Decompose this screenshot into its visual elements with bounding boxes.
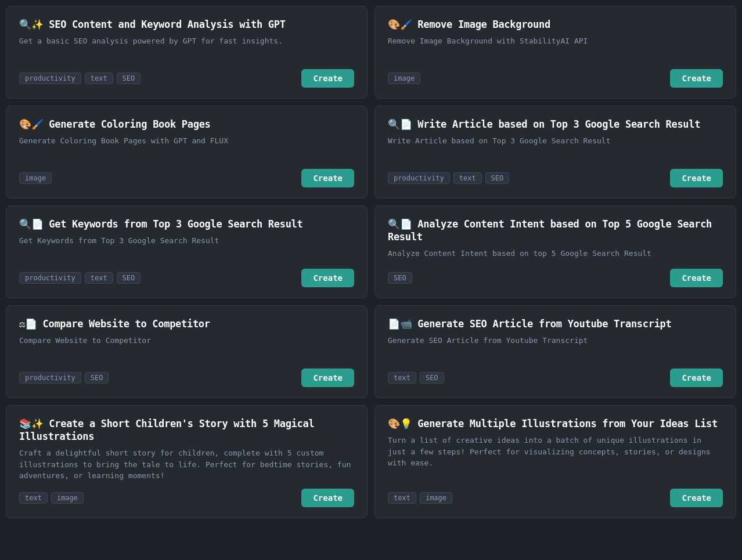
tag-text: text	[19, 492, 48, 504]
card-multiple-illustrations: 🎨💡 Generate Multiple Illustrations from …	[374, 405, 736, 518]
tag-text: text	[388, 492, 416, 504]
card-write-article: 🔍📄 Write Article based on Top 3 Google S…	[374, 106, 736, 198]
card-desc: Generate SEO Article from Youtube Transc…	[388, 335, 723, 362]
tag-SEO: SEO	[388, 272, 412, 284]
tag-productivity: productivity	[19, 73, 81, 84]
card-remove-bg: 🎨🖌️ Remove Image BackgroundRemove Image …	[374, 6, 736, 99]
card-coloring-book: 🎨🖌️ Generate Coloring Book PagesGenerate…	[6, 106, 368, 198]
card-get-keywords: 🔍📄 Get Keywords from Top 3 Google Search…	[6, 205, 368, 298]
card-desc: Get Keywords from Top 3 Google Search Re…	[19, 235, 354, 262]
card-desc: Get a basic SEO analysis powered by GPT …	[19, 35, 354, 62]
card-footer: productivitytextSEOCreate	[19, 269, 354, 287]
card-desc: Remove Image Background with StabilityAI…	[388, 35, 723, 62]
card-title: 🔍📄 Analyze Content Intent based on Top 5…	[388, 218, 723, 243]
create-button-write-article[interactable]: Create	[670, 169, 723, 187]
tag-text: text	[388, 372, 416, 384]
card-title: 🔍📄 Get Keywords from Top 3 Google Search…	[19, 218, 354, 230]
card-footer: productivitytextSEOCreate	[388, 169, 723, 187]
card-title: 🎨💡 Generate Multiple Illustrations from …	[388, 417, 723, 430]
tag-SEO: SEO	[420, 372, 444, 384]
card-desc: Generate Coloring Book Pages with GPT an…	[19, 135, 354, 162]
card-desc: Craft a delightful short story for child…	[19, 447, 354, 482]
tag-image: image	[388, 73, 420, 84]
tag-image: image	[19, 172, 52, 184]
card-footer: SEOCreate	[388, 269, 723, 287]
tag-productivity: productivity	[19, 372, 81, 384]
card-title: 📄📹 Generate SEO Article from Youtube Tra…	[388, 317, 723, 330]
card-tags: image	[19, 172, 52, 184]
card-footer: imageCreate	[19, 169, 354, 187]
tag-SEO: SEO	[85, 372, 109, 384]
card-desc: Analyze Content Intent based on top 5 Go…	[388, 248, 723, 262]
tag-text: text	[85, 272, 113, 284]
card-title: 🔍✨ SEO Content and Keyword Analysis with…	[19, 18, 354, 31]
card-tags: textimage	[19, 492, 84, 504]
card-compare-website: ⚖️📄 Compare Website to CompetitorCompare…	[6, 305, 368, 398]
card-tags: productivitytextSEO	[19, 272, 141, 284]
card-tags: image	[388, 73, 420, 84]
card-tags: textimage	[388, 492, 452, 504]
card-desc: Compare Website to Competitor	[19, 335, 354, 362]
tag-image: image	[420, 492, 452, 504]
card-seo-keyword: 🔍✨ SEO Content and Keyword Analysis with…	[6, 6, 368, 99]
create-button-get-keywords[interactable]: Create	[301, 269, 354, 287]
card-tags: productivitySEO	[19, 372, 109, 384]
card-footer: textimageCreate	[19, 489, 354, 507]
card-desc: Turn a list of creative ideas into a bat…	[388, 435, 723, 482]
card-title: 🎨🖌️ Generate Coloring Book Pages	[19, 118, 354, 131]
card-title: 📚✨ Create a Short Children's Story with …	[19, 417, 354, 443]
create-button-seo-keyword[interactable]: Create	[301, 69, 354, 88]
card-tags: productivitytextSEO	[388, 172, 509, 184]
card-title: 🎨🖌️ Remove Image Background	[388, 18, 723, 31]
tag-text: text	[453, 172, 482, 184]
card-footer: imageCreate	[388, 69, 723, 88]
card-title: 🔍📄 Write Article based on Top 3 Google S…	[388, 118, 723, 131]
card-desc: Write Article based on Top 3 Google Sear…	[388, 135, 723, 162]
tag-SEO: SEO	[117, 73, 141, 84]
card-footer: productivitySEOCreate	[19, 368, 354, 387]
card-analyze-intent: 🔍📄 Analyze Content Intent based on Top 5…	[374, 205, 736, 298]
create-button-childrens-story[interactable]: Create	[301, 489, 354, 507]
create-button-multiple-illustrations[interactable]: Create	[670, 489, 723, 507]
create-button-compare-website[interactable]: Create	[301, 368, 354, 387]
tag-SEO: SEO	[117, 272, 141, 284]
create-button-coloring-book[interactable]: Create	[301, 169, 354, 187]
card-childrens-story: 📚✨ Create a Short Children's Story with …	[6, 405, 368, 518]
card-footer: textSEOCreate	[388, 368, 723, 387]
card-tags: SEO	[388, 272, 412, 284]
tag-SEO: SEO	[485, 172, 510, 184]
card-tags: textSEO	[388, 372, 444, 384]
create-button-analyze-intent[interactable]: Create	[670, 269, 723, 287]
card-title: ⚖️📄 Compare Website to Competitor	[19, 317, 354, 330]
card-tags: productivitytextSEO	[19, 73, 141, 84]
card-footer: textimageCreate	[388, 489, 723, 507]
create-button-remove-bg[interactable]: Create	[670, 69, 723, 88]
card-seo-youtube: 📄📹 Generate SEO Article from Youtube Tra…	[374, 305, 736, 398]
card-grid: 🔍✨ SEO Content and Keyword Analysis with…	[6, 6, 736, 518]
tag-text: text	[85, 73, 113, 84]
tag-productivity: productivity	[19, 272, 81, 284]
create-button-seo-youtube[interactable]: Create	[670, 368, 723, 387]
card-footer: productivitytextSEOCreate	[19, 69, 354, 88]
tag-productivity: productivity	[388, 172, 450, 184]
tag-image: image	[51, 492, 84, 504]
